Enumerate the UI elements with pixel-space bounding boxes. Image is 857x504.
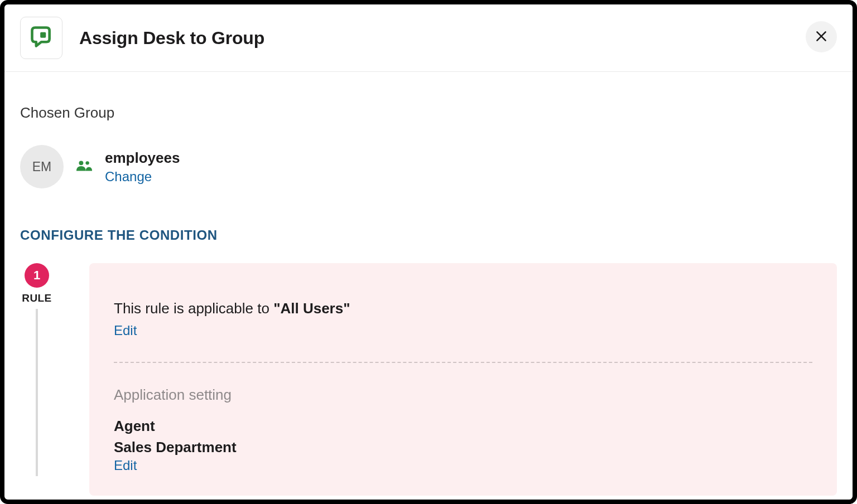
rule-layout: 1 RULE This rule is applicable to "All U… [20, 263, 837, 496]
svg-point-4 [85, 161, 89, 164]
chosen-group-label: Chosen Group [20, 104, 837, 122]
setting-department-value: Sales Department [114, 437, 812, 458]
rule-rail: 1 RULE [20, 263, 54, 476]
desk-app-icon [29, 25, 54, 51]
edit-rule-scope-link[interactable]: Edit [114, 323, 137, 338]
modal-header: Assign Desk to Group [4, 4, 853, 72]
setting-role-value: Agent [114, 416, 812, 437]
configure-condition-heading: CONFIGURE THE CONDITION [20, 227, 837, 243]
edit-application-setting-link[interactable]: Edit [114, 458, 137, 473]
modal-frame: Assign Desk to Group Chosen Group EM [0, 0, 857, 504]
rule-card: This rule is applicable to "All Users" E… [89, 263, 837, 496]
change-group-link[interactable]: Change [105, 169, 152, 185]
rule-applicable-target: "All Users" [273, 300, 350, 317]
modal-body: Chosen Group EM employees Change CONFIGU… [4, 72, 853, 496]
rule-card-divider [114, 362, 812, 363]
rule-applicable-prefix: This rule is applicable to [114, 300, 273, 317]
chosen-group-row: EM employees Change [20, 145, 837, 188]
rule-number-badge: 1 [25, 263, 49, 288]
close-button[interactable] [806, 21, 837, 52]
group-name: employees [105, 149, 180, 167]
group-avatar: EM [20, 145, 64, 188]
application-setting-label: Application setting [114, 386, 812, 404]
rule-rail-label: RULE [22, 292, 51, 304]
svg-point-3 [79, 161, 83, 165]
rule-applicable-text: This rule is applicable to "All Users" [114, 300, 812, 317]
group-text: employees Change [105, 149, 180, 185]
group-icon [76, 159, 93, 174]
svg-rect-0 [40, 32, 46, 38]
app-icon-container [20, 17, 62, 59]
page-title: Assign Desk to Group [79, 28, 264, 49]
close-icon [814, 29, 829, 45]
rule-rail-line [36, 309, 38, 476]
